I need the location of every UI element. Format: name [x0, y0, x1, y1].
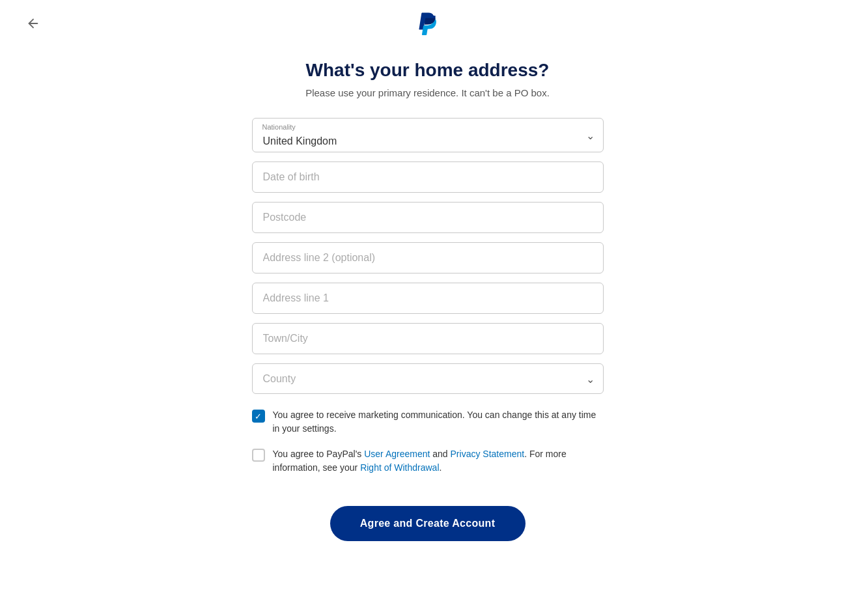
town-city-input[interactable]	[252, 323, 604, 354]
withdrawal-link[interactable]: Right of Withdrawal	[360, 462, 439, 473]
marketing-checkbox[interactable]: ✓	[252, 410, 265, 423]
postcode-field-group	[252, 202, 604, 233]
county-select-wrapper: County Greater London West Yorkshire Gre…	[252, 363, 604, 394]
address-line1-input[interactable]	[252, 283, 604, 314]
checkboxes-section: ✓ You agree to receive marketing communi…	[252, 408, 604, 486]
marketing-label: You agree to receive marketing communica…	[273, 408, 604, 436]
terms-suffix: .	[440, 462, 442, 473]
dob-input[interactable]	[252, 161, 604, 193]
submit-button[interactable]: Agree and Create Account	[330, 506, 526, 541]
top-nav	[0, 0, 855, 47]
paypal-logo	[416, 12, 440, 35]
user-agreement-link[interactable]: User Agreement	[364, 449, 430, 459]
privacy-statement-link[interactable]: Privacy Statement	[451, 449, 525, 459]
county-field-group: County Greater London West Yorkshire Gre…	[252, 363, 604, 394]
back-button[interactable]	[26, 16, 40, 31]
page-wrapper: What's your home address? Please use you…	[0, 0, 855, 580]
terms-checkbox[interactable]	[252, 449, 265, 462]
terms-and: and	[430, 449, 450, 459]
page-subtitle: Please use your primary residence. It ca…	[305, 87, 550, 98]
nationality-select[interactable]: United Kingdom United States Canada Aust…	[252, 118, 604, 152]
terms-prefix: You agree to PayPal's	[273, 449, 365, 459]
checkmark-icon: ✓	[255, 412, 262, 421]
terms-label: You agree to PayPal's User Agreement and…	[273, 447, 604, 475]
back-arrow-icon	[26, 16, 40, 31]
postcode-input[interactable]	[252, 202, 604, 233]
page-title: What's your home address?	[306, 60, 550, 81]
form-container: What's your home address? Please use you…	[252, 47, 604, 541]
town-city-field-group	[252, 323, 604, 354]
marketing-checkbox-row: ✓ You agree to receive marketing communi…	[252, 408, 604, 436]
nationality-field-group: Nationality United Kingdom United States…	[252, 118, 604, 152]
terms-checkbox-row: You agree to PayPal's User Agreement and…	[252, 447, 604, 475]
address-line2-input[interactable]	[252, 242, 604, 273]
address-line1-field-group	[252, 283, 604, 314]
nationality-select-wrapper: Nationality United Kingdom United States…	[252, 118, 604, 152]
address-line2-field-group	[252, 242, 604, 273]
dob-field-group	[252, 161, 604, 193]
county-select[interactable]: County Greater London West Yorkshire Gre…	[252, 363, 604, 394]
